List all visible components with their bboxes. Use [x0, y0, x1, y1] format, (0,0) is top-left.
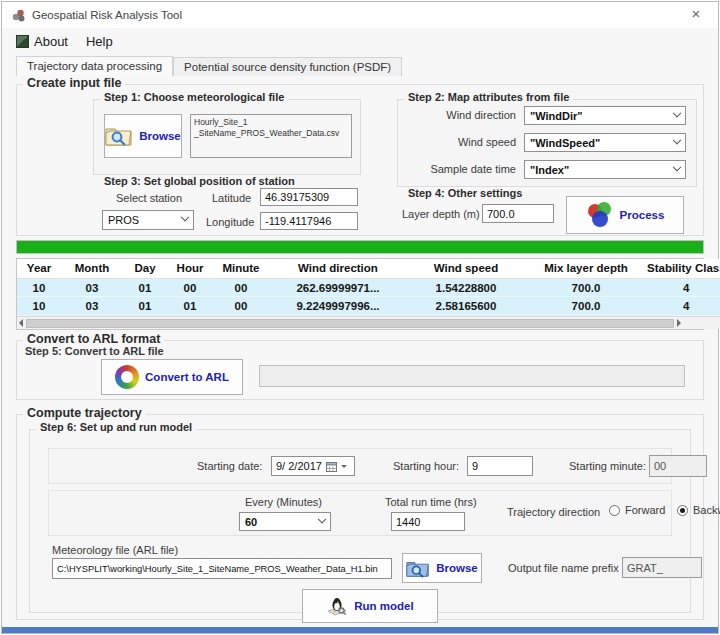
step4-title: Step 4: Other settings [404, 187, 526, 199]
horizontal-scroll-thumb[interactable] [26, 319, 674, 328]
tab-bar: Trajectory data processing Potential sou… [2, 55, 718, 76]
wind-speed-value: "WindSpeed" [530, 137, 600, 149]
cell: 262.69999971... [269, 282, 407, 294]
step3-title: Step 3: Set global position of station [100, 175, 299, 187]
station-select[interactable]: PROS [102, 210, 194, 230]
output-prefix-input[interactable] [622, 557, 702, 578]
radio-forward[interactable]: Forward [609, 504, 665, 516]
output-prefix-label: Output file name prefix [508, 562, 619, 574]
latitude-label: Latitude [212, 192, 251, 204]
cell: 03 [61, 282, 123, 294]
compute-trajectory-title: Compute trajectory [23, 406, 146, 420]
starting-minute-label: Starting minute: [569, 460, 646, 472]
window-bottom-border [2, 627, 718, 633]
step2-group: Step 2: Map attributes from file Wind di… [397, 99, 697, 187]
met-arl-file-input[interactable] [52, 558, 392, 579]
about-icon [16, 35, 29, 48]
chevron-down-icon [181, 213, 189, 221]
horizontal-scrollbar[interactable] [17, 316, 720, 329]
cell: 10 [17, 282, 61, 294]
table-row[interactable]: 10 03 01 00 00 262.69999971... 1.5422880… [17, 279, 720, 298]
cell: 4 [647, 282, 720, 294]
total-run-time-input[interactable] [391, 512, 465, 531]
table-header-row: Year Month Day Hour Minute Wind directio… [17, 259, 720, 279]
wind-direction-label: Wind direction [446, 109, 516, 121]
col-month: Month [61, 262, 123, 274]
window-title: Geospatial Risk Analysis Tool [32, 9, 182, 21]
wind-speed-label: Wind speed [458, 136, 516, 148]
cell: 4 [647, 300, 720, 312]
met-file-name-line2: _SiteName_PROS_Weather_Data.csv [194, 128, 348, 139]
tab-psdf[interactable]: Potential source density function (PSDF) [173, 57, 402, 76]
run-options-row: Every (Minutes) 60 Total run time (hrs) … [48, 490, 672, 536]
starting-date-label: Starting date: [197, 460, 262, 472]
cell: 00 [213, 300, 269, 312]
longitude-input[interactable] [260, 212, 358, 230]
browse-met-file-label: Browse [139, 130, 181, 142]
cell: 01 [123, 300, 167, 312]
menu-help[interactable]: Help [86, 34, 113, 49]
met-arl-file-label: Meteorology file (ARL file) [52, 544, 178, 556]
menu-bar: About Help [2, 29, 718, 54]
latitude-input[interactable] [260, 188, 358, 206]
cell: 2.58165600 [407, 300, 525, 312]
process-button[interactable]: Process [566, 196, 684, 234]
convert-progressbar [259, 365, 685, 387]
sample-date-time-label: Sample date time [430, 163, 516, 175]
step6-group: Step 6: Set up and run model Starting da… [29, 429, 691, 613]
cell: 1.54228800 [407, 282, 525, 294]
longitude-label: Longitude [206, 216, 254, 228]
forward-label: Forward [625, 504, 665, 516]
chevron-down-icon [673, 135, 681, 143]
tab-trajectory-data-processing[interactable]: Trajectory data processing [16, 56, 173, 76]
chevron-down-icon [673, 108, 681, 116]
col-minute: Minute [213, 262, 269, 274]
starting-hour-label: Starting hour: [393, 460, 459, 472]
step2-title: Step 2: Map attributes from file [404, 91, 573, 103]
run-model-button[interactable]: Run model [302, 589, 438, 623]
every-minutes-select[interactable]: 60 [239, 512, 331, 531]
col-year: Year [17, 262, 61, 274]
compute-trajectory-group: Compute trajectory Step 6: Set up and ru… [16, 414, 704, 620]
step6-title: Step 6: Set up and run model [36, 421, 196, 433]
col-day: Day [123, 262, 167, 274]
radio-backward[interactable]: Backward [677, 504, 720, 516]
starting-hour-input[interactable] [467, 456, 533, 476]
convert-to-arl-button[interactable]: Convert to ARL [101, 359, 243, 395]
scroll-left-icon[interactable] [19, 319, 23, 327]
browse-arl-button[interactable]: Browse [402, 553, 482, 583]
app-icon [12, 9, 25, 22]
cell: 700.0 [525, 300, 647, 312]
sample-date-time-value: "Index" [530, 164, 569, 176]
radio-circle-backward [677, 505, 688, 516]
met-file-name-box: Hourly_Site_1 _SiteName_PROS_Weather_Dat… [190, 114, 352, 158]
run-model-label: Run model [354, 600, 413, 612]
menu-help-label: Help [86, 34, 113, 49]
backward-label: Backward [693, 504, 720, 516]
starting-minute-input[interactable] [649, 455, 707, 477]
layer-depth-label: Layer depth (m) [402, 208, 480, 220]
total-run-time-label: Total run time (hrs) [385, 496, 477, 508]
chevron-down-icon [318, 514, 326, 522]
cell: 10 [17, 300, 61, 312]
col-stability-class: Stability Class [647, 262, 720, 274]
step5-title: Step 5: Convert to ARL file [25, 345, 164, 357]
scroll-right-icon[interactable] [677, 319, 681, 327]
step4-group: Step 4: Other settings Layer depth (m) P… [397, 195, 697, 235]
convert-arl-title: Convert to ARL format [23, 332, 164, 346]
wind-direction-select[interactable]: "WindDir" [524, 106, 686, 125]
sample-date-time-select[interactable]: "Index" [524, 160, 686, 179]
col-wind-speed: Wind speed [407, 262, 525, 274]
menu-about[interactable]: About [16, 34, 68, 49]
close-button[interactable]: × [686, 5, 706, 22]
rgb-circles-icon [586, 202, 614, 228]
table-row[interactable]: 10 03 01 01 00 9.2249997996... 2.5816560… [17, 297, 720, 316]
layer-depth-input[interactable] [482, 204, 554, 223]
every-minutes-label: Every (Minutes) [245, 496, 322, 508]
color-ring-icon [115, 365, 139, 389]
wind-speed-select[interactable]: "WindSpeed" [524, 133, 686, 152]
step1-group: Step 1: Choose meteorological file Brows… [93, 99, 361, 175]
browse-met-file-button[interactable]: Browse [104, 114, 182, 158]
starting-date-picker[interactable]: 9/ 2/2017 [271, 456, 355, 476]
chevron-down-icon [673, 162, 681, 170]
